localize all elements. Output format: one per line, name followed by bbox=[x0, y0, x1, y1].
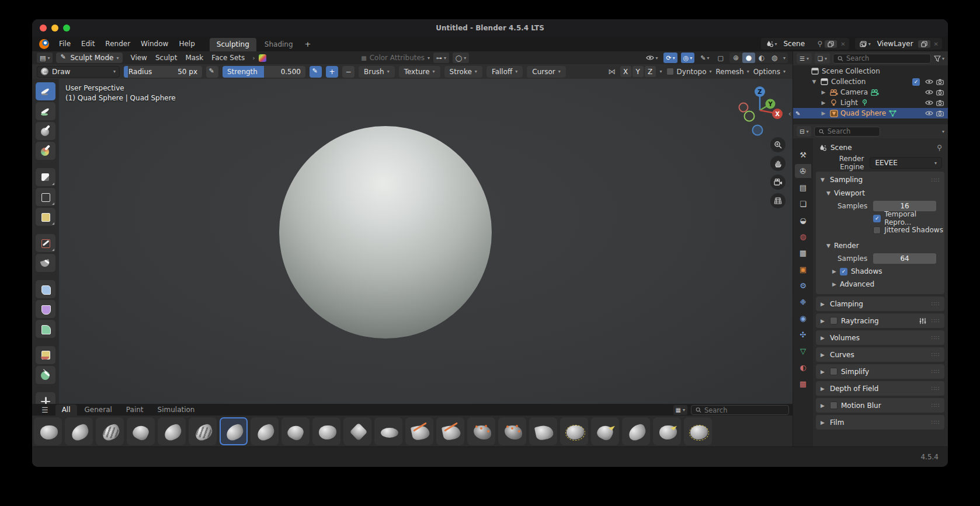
workspace-tab-sculpting[interactable]: Sculpting bbox=[210, 38, 256, 51]
brush-thumbnail[interactable] bbox=[436, 417, 464, 445]
symmetry-axis-z[interactable]: Z bbox=[645, 66, 656, 77]
shelf-menu-icon[interactable]: ☰ bbox=[36, 406, 54, 416]
motion-blur-checkbox[interactable] bbox=[830, 402, 837, 409]
panel-motion-blur[interactable]: ▶Motion Blur∷∷ bbox=[816, 398, 944, 413]
symmetry-popover[interactable]: ▾ bbox=[660, 69, 662, 74]
shelf-tab-paint[interactable]: Paint bbox=[120, 404, 150, 416]
tab-world[interactable]: ◍ bbox=[795, 229, 811, 243]
tool-mesh-filter[interactable] bbox=[36, 280, 55, 298]
strength-slider[interactable]: Strength 0.500 bbox=[223, 66, 305, 78]
brush-thumbnail[interactable] bbox=[34, 417, 62, 445]
properties-options-popover[interactable]: ▾ bbox=[942, 129, 944, 134]
simplify-checkbox[interactable] bbox=[830, 368, 837, 375]
brush-thumbnail[interactable] bbox=[251, 417, 279, 445]
dyntopo-popover[interactable]: ▾ bbox=[710, 69, 712, 74]
shading-popover[interactable]: ▾ bbox=[781, 55, 788, 61]
navigation-gizmo[interactable]: Z Y X bbox=[736, 83, 784, 137]
tool-draw[interactable] bbox=[36, 82, 55, 100]
delete-viewlayer-button[interactable]: ✕ bbox=[933, 41, 940, 47]
tool-cloth-filter[interactable] bbox=[36, 300, 55, 318]
shelf-tab-general[interactable]: General bbox=[78, 404, 119, 416]
zoom-button[interactable] bbox=[770, 137, 786, 152]
tab-object[interactable]: ▣ bbox=[795, 262, 811, 276]
tool-line-project[interactable] bbox=[36, 254, 55, 272]
pin-scene-icon[interactable]: ⚲ bbox=[817, 40, 822, 48]
matcap-popover[interactable]: ◯▾ bbox=[453, 53, 469, 63]
tool-smooth[interactable] bbox=[36, 122, 55, 140]
tab-object-data[interactable]: ▽ bbox=[795, 344, 811, 358]
viewport-menu-sculpt[interactable]: Sculpt bbox=[151, 54, 181, 62]
properties-search-input[interactable] bbox=[828, 127, 875, 135]
checkbox[interactable] bbox=[873, 215, 881, 222]
tool-box-trim[interactable] bbox=[36, 234, 55, 252]
menu-help[interactable]: Help bbox=[173, 38, 200, 50]
viewport-menu-mask[interactable]: Mask bbox=[181, 54, 207, 62]
workspace-tab-shading[interactable]: Shading bbox=[258, 38, 300, 51]
collection-checkbox[interactable] bbox=[912, 78, 920, 86]
checkbox[interactable] bbox=[873, 226, 881, 234]
add-workspace-button[interactable]: + bbox=[300, 38, 316, 50]
brush-subtract-toggle[interactable]: − bbox=[342, 66, 355, 78]
tab-collection[interactable]: ▦ bbox=[795, 246, 811, 260]
pan-hand-button[interactable] bbox=[770, 156, 786, 171]
brush-thumbnail[interactable] bbox=[498, 417, 526, 445]
panel-curves[interactable]: ▶Curves∷∷ bbox=[816, 347, 944, 362]
brush-thumbnail[interactable] bbox=[529, 417, 557, 445]
radius-pressure-toggle[interactable] bbox=[206, 66, 218, 78]
tool-box-face-set[interactable] bbox=[36, 208, 55, 226]
overlays-toggle[interactable]: ◎▾ bbox=[681, 53, 695, 63]
shelf-search-input[interactable] bbox=[704, 406, 784, 414]
outliner-search-input[interactable] bbox=[846, 54, 926, 62]
brush-thumbnail[interactable] bbox=[374, 417, 402, 445]
render-engine-dropdown[interactable]: EEVEE▾ bbox=[870, 157, 942, 169]
panel-raytracing[interactable]: ▶Raytracing∷∷ bbox=[816, 313, 944, 328]
panel-volumes[interactable]: ▶Volumes∷∷ bbox=[816, 330, 944, 345]
brush-add-toggle[interactable]: + bbox=[326, 66, 338, 78]
hide-viewport-eye-icon[interactable] bbox=[925, 79, 933, 85]
outliner-row-light[interactable]: ▶Light bbox=[793, 97, 948, 108]
brush-thumbnail[interactable] bbox=[312, 417, 340, 445]
brush-thumbnail[interactable] bbox=[467, 417, 495, 445]
raytracing-options-icon[interactable] bbox=[919, 317, 926, 324]
tool-move[interactable] bbox=[36, 392, 55, 404]
hide-viewport-eye-icon[interactable] bbox=[925, 89, 933, 95]
disable-render-camera-icon[interactable] bbox=[936, 89, 944, 96]
menu-render[interactable]: Render bbox=[100, 38, 135, 50]
expander-icon[interactable]: ▶ bbox=[820, 89, 827, 95]
xray-toggle[interactable]: ▢ bbox=[715, 53, 726, 63]
shading-solid-button[interactable]: ● bbox=[742, 53, 755, 63]
subpanel-advanced[interactable]: ▶Advanced bbox=[822, 278, 944, 291]
tab-render[interactable]: ✇ bbox=[795, 164, 811, 178]
expander-icon[interactable]: ▶ bbox=[820, 100, 827, 106]
new-scene-button[interactable] bbox=[825, 40, 837, 48]
shadows-checkbox[interactable] bbox=[840, 268, 847, 275]
shading-rendered-button[interactable]: ◍ bbox=[768, 53, 781, 63]
brush-thumbnail[interactable] bbox=[127, 417, 155, 445]
tab-view-layer[interactable]: ❏ bbox=[795, 197, 811, 211]
popover-stroke[interactable]: Stroke▾ bbox=[444, 66, 482, 78]
brush-thumbnail[interactable] bbox=[684, 417, 712, 445]
strength-pressure-toggle[interactable] bbox=[310, 66, 322, 78]
menu-edit[interactable]: Edit bbox=[76, 38, 100, 50]
viewlayer-name[interactable]: ViewLayer bbox=[875, 40, 916, 48]
popover-brush[interactable]: Brush▾ bbox=[359, 66, 395, 78]
annotate-popover[interactable]: ✎▾ bbox=[698, 53, 711, 63]
tool-box-hide[interactable] bbox=[36, 188, 55, 206]
symmetry-axis-x[interactable]: X bbox=[620, 66, 631, 77]
color-attributes-dropdown[interactable]: ▩Color Attributes▾ bbox=[361, 54, 430, 62]
tool-mask-by-color[interactable] bbox=[36, 366, 55, 384]
tab-scene[interactable]: ◒ bbox=[795, 213, 811, 227]
outliner-display-mode-dropdown[interactable]: ☰▾ bbox=[797, 53, 812, 64]
active-brush-dropdown[interactable]: Draw ▾ bbox=[37, 66, 120, 78]
disable-render-camera-icon[interactable] bbox=[936, 110, 944, 117]
outliner-row-camera[interactable]: ▶Camera bbox=[793, 87, 948, 97]
outliner-restriction-dropdown[interactable]: ❏▾ bbox=[815, 53, 830, 64]
brush-thumbnail-selected[interactable] bbox=[220, 417, 248, 445]
keyframe-popover[interactable]: ⊶▾ bbox=[433, 53, 449, 63]
shelf-display-button[interactable]: ▦▾ bbox=[673, 405, 687, 415]
options-popover[interactable]: ▾ bbox=[783, 69, 786, 74]
subpanel-shadows[interactable]: ▶Shadows bbox=[822, 265, 944, 278]
menu-window[interactable]: Window bbox=[135, 38, 173, 50]
quad-sphere-object[interactable] bbox=[279, 126, 492, 339]
tab-physics[interactable]: ◉ bbox=[795, 311, 811, 325]
